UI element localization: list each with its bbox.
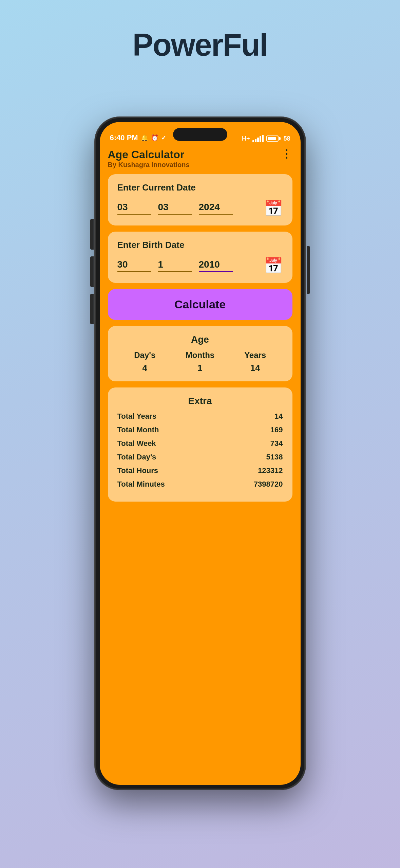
- network-type: H+: [242, 135, 250, 142]
- current-month-field[interactable]: 03: [158, 202, 192, 215]
- age-table-header: Day's Months Years: [117, 350, 283, 360]
- app-subtitle: By Kushagra Innovations: [108, 161, 190, 169]
- months-value: 1: [172, 363, 228, 373]
- page-title: PowerFul: [132, 27, 267, 63]
- birth-month-value: 1: [158, 259, 192, 272]
- extra-value-3: 5138: [266, 453, 283, 462]
- battery-indicator: [266, 135, 281, 142]
- current-month-value: 03: [158, 202, 192, 215]
- extra-card: Extra Total Years14Total Month169Total W…: [108, 387, 292, 502]
- phone-mockup: 6:40 PM 🔔 ⏰ ✓ H+: [95, 117, 305, 790]
- signal-bars: [252, 135, 264, 142]
- extra-label-4: Total Hours: [117, 466, 158, 475]
- extra-row-4: Total Hours123312: [117, 466, 283, 475]
- calculate-button-label: Calculate: [174, 298, 226, 311]
- menu-button[interactable]: ⋮: [281, 148, 292, 159]
- app-title: Age Calculator: [108, 148, 190, 161]
- battery-percent: 58: [283, 135, 290, 142]
- extra-value-1: 169: [270, 426, 283, 434]
- age-result-card: Age Day's Months Years 4 1 14: [108, 326, 292, 381]
- days-value: 4: [117, 363, 173, 373]
- extra-label-3: Total Day's: [117, 453, 156, 462]
- alarm-icon: 🔔: [141, 134, 148, 142]
- extra-row-2: Total Week734: [117, 439, 283, 448]
- phone-screen: 6:40 PM 🔔 ⏰ ✓ H+: [100, 122, 301, 785]
- birth-month-field[interactable]: 1: [158, 259, 192, 272]
- years-value: 14: [228, 363, 283, 373]
- clock-icon: ⏰: [151, 134, 158, 142]
- extra-value-5: 7398720: [254, 480, 283, 489]
- current-date-card: Enter Current Date 03 03 2024 📅: [108, 174, 292, 225]
- birth-year-field[interactable]: 2010: [199, 259, 233, 272]
- birth-day-field[interactable]: 30: [117, 259, 151, 272]
- extra-row-1: Total Month169: [117, 426, 283, 434]
- extra-rows: Total Years14Total Month169Total Week734…: [117, 412, 283, 489]
- current-day-value: 03: [117, 202, 151, 215]
- birth-date-card: Enter Birth Date 30 1 2010 📅: [108, 232, 292, 283]
- calculate-button[interactable]: Calculate: [108, 289, 292, 320]
- app-title-block: Age Calculator By Kushagra Innovations: [108, 148, 190, 169]
- extra-title: Extra: [117, 396, 283, 406]
- extra-value-4: 123312: [258, 466, 283, 475]
- extra-row-5: Total Minutes7398720: [117, 480, 283, 489]
- battery-tip: [279, 137, 281, 140]
- extra-value-0: 14: [274, 412, 283, 421]
- current-date-title: Enter Current Date: [117, 182, 283, 193]
- current-year-field[interactable]: 2024: [199, 202, 233, 215]
- time-display: 6:40 PM: [110, 133, 138, 142]
- age-table-values: 4 1 14: [117, 363, 283, 373]
- status-icons: H+ 58: [242, 135, 290, 142]
- extra-value-2: 734: [270, 439, 283, 448]
- status-time: 6:40 PM 🔔 ⏰ ✓: [110, 133, 166, 142]
- extra-label-1: Total Month: [117, 426, 159, 434]
- months-column-header: Months: [172, 350, 228, 360]
- check-icon: ✓: [161, 134, 166, 142]
- current-date-calendar-icon[interactable]: 📅: [264, 199, 283, 217]
- days-column-header: Day's: [117, 350, 173, 360]
- extra-row-0: Total Years14: [117, 412, 283, 421]
- extra-row-3: Total Day's5138: [117, 453, 283, 462]
- battery-fill: [268, 137, 276, 140]
- birth-date-calendar-icon[interactable]: 📅: [264, 256, 283, 275]
- current-date-row: 03 03 2024 📅: [117, 199, 283, 217]
- current-day-field[interactable]: 03: [117, 202, 151, 215]
- birth-date-row: 30 1 2010 📅: [117, 256, 283, 275]
- birth-day-value: 30: [117, 259, 151, 272]
- extra-label-2: Total Week: [117, 439, 156, 448]
- extra-label-0: Total Years: [117, 412, 156, 421]
- birth-year-value: 2010: [199, 259, 233, 272]
- app-header: Age Calculator By Kushagra Innovations ⋮: [108, 146, 292, 174]
- age-table: Day's Months Years 4 1 14: [117, 350, 283, 373]
- app-content: Age Calculator By Kushagra Innovations ⋮…: [100, 146, 301, 785]
- age-result-title: Age: [117, 334, 283, 345]
- current-year-value: 2024: [199, 202, 233, 215]
- dynamic-island: [173, 128, 227, 141]
- birth-date-title: Enter Birth Date: [117, 240, 283, 250]
- years-column-header: Years: [228, 350, 283, 360]
- extra-label-5: Total Minutes: [117, 480, 165, 489]
